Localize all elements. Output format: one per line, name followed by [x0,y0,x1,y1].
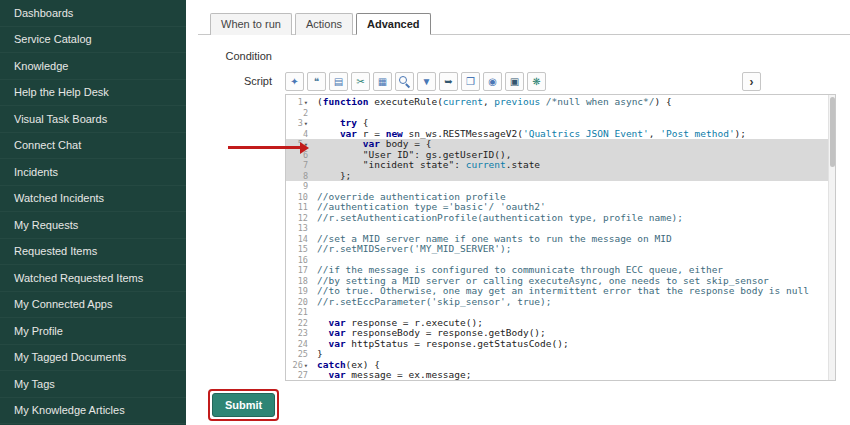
code-line-21[interactable]: 21 [286,307,835,318]
tab-advanced[interactable]: Advanced [356,13,431,35]
editor-scrollbar[interactable] [828,95,835,380]
fold-marker-icon[interactable]: ▾ [304,362,308,370]
tab-bar: When to runActionsAdvanced [198,0,850,35]
toggle-lines-button[interactable]: ▤ [329,72,348,91]
code-text: (function executeRule(current, previous … [310,97,672,108]
code-text [310,255,317,266]
line-number: 27 [286,370,310,381]
globe-icon: ◉ [488,77,497,87]
editor-toolbar-row: ✦❝▤✂▦▼➥❐◉▣❋ › [285,72,761,91]
line-number: 23 [286,328,310,339]
sidebar-item-my-profile[interactable]: My Profile [0,318,186,345]
redo-arrow-icon: ➥ [444,77,452,87]
fold-marker-icon[interactable]: ▾ [304,99,308,107]
sidebar-item-incidents[interactable]: Incidents [0,159,186,186]
condition-label: Condition [198,47,285,62]
code-text [310,307,317,318]
sidebar-item-label: Incidents [14,166,58,178]
cut-icon: ✂ [356,77,364,87]
tab-actions[interactable]: Actions [295,13,353,35]
format-code-button[interactable]: ✦ [285,72,304,91]
line-number: 8 [286,171,310,182]
code-text: //r.setEccParameter('skip_sensor', true)… [310,297,552,308]
main-content: When to runActionsAdvanced Condition Scr… [186,0,850,425]
line-number: 7 [286,160,310,171]
sidebar-item-help-the-help-desk[interactable]: Help the Help Desk [0,80,186,107]
globe-button[interactable]: ◉ [483,72,502,91]
sidebar-item-label: My Tags [14,378,55,390]
code-text: var httpStatus = response.getStatusCode(… [310,339,569,350]
editor-scrollbar-thumb[interactable] [830,97,835,167]
sidebar-item-label: Watched Incidents [14,192,104,204]
sidebar-item-label: Watched Requested Items [14,272,143,284]
editor-toolbar: ✦❝▤✂▦▼➥❐◉▣❋ [285,72,546,91]
sidebar-item-watched-incidents[interactable]: Watched Incidents [0,186,186,213]
sidebar-item-my-tagged-documents[interactable]: My Tagged Documents [0,345,186,372]
fold-marker-icon[interactable]: ▾ [304,120,308,128]
sidebar-item-knowledge[interactable]: Knowledge [0,53,186,80]
popout-button[interactable]: ❐ [461,72,480,91]
sidebar: DashboardsService CatalogKnowledgeHelp t… [0,0,186,425]
settings-button[interactable]: ❋ [527,72,546,91]
code-line-15[interactable]: 15//r.setMIDServer('MY_MID_SERVER'); [286,244,835,255]
line-number: 14 [286,234,310,245]
code-line-24[interactable]: 24 var httpStatus = response.getStatusCo… [286,339,835,350]
replace-icon: ▦ [378,77,387,87]
code-line-5[interactable]: 5▾ var body = { [286,139,835,150]
code-line-23[interactable]: 23 var responseBody = response.getBody()… [286,328,835,339]
line-number: 10 [286,192,310,203]
sidebar-item-my-tags[interactable]: My Tags [0,371,186,398]
annotation-arrow-head-icon [300,142,309,154]
code-line-20[interactable]: 20//r.setEccParameter('skip_sensor', tru… [286,297,835,308]
code-text: "incident state": current.state [310,160,540,171]
chevron-down-icon: ▼ [422,77,432,87]
code-line-8[interactable]: 8 }; [286,171,835,182]
script-code-editor[interactable]: 1▾(function executeRule(current, previou… [285,94,836,381]
sidebar-item-label: My Knowledge Articles [14,404,125,416]
line-number: 26▾ [286,360,310,371]
code-line-25[interactable]: 25} [286,349,835,360]
code-line-27[interactable]: 27 var message = ex.message; [286,370,835,381]
line-number: 15 [286,244,310,255]
sidebar-item-my-requests[interactable]: My Requests [0,212,186,239]
sidebar-item-requested-items[interactable]: Requested Items [0,239,186,266]
code-text: var body = { [310,139,431,150]
tab-when-to-run[interactable]: When to run [210,13,292,35]
sidebar-item-label: My Requests [14,219,78,231]
line-number: 22 [286,318,310,329]
sidebar-item-visual-task-boards[interactable]: Visual Task Boards [0,106,186,133]
annotation-highlight-box: Submit [208,389,279,421]
line-number: 25 [286,349,310,360]
cut-button[interactable]: ✂ [351,72,370,91]
format-code-icon: ✦ [290,77,298,87]
chevron-down-button[interactable]: ▼ [417,72,436,91]
script-label: Script [198,72,285,87]
code-text: //r.setAuthenticationProfile(authenticat… [310,213,683,224]
sidebar-item-watched-requested-items[interactable]: Watched Requested Items [0,265,186,292]
sidebar-item-my-connected-apps[interactable]: My Connected Apps [0,292,186,319]
submit-button[interactable]: Submit [212,393,275,417]
sidebar-item-my-knowledge-articles[interactable]: My Knowledge Articles [0,398,186,425]
code-text: var message = ex.message; [310,370,471,381]
sidebar-item-service-catalog[interactable]: Service Catalog [0,27,186,54]
line-number: 19 [286,286,310,297]
code-line-12[interactable]: 12//r.setAuthenticationProfile(authentic… [286,213,835,224]
expand-toolbar-button[interactable]: › [742,72,761,91]
sidebar-item-connect-chat[interactable]: Connect Chat [0,133,186,160]
redo-arrow-button[interactable]: ➥ [439,72,458,91]
line-number: 2 [286,108,310,119]
line-number: 17 [286,265,310,276]
script-editor-area: ✦❝▤✂▦▼➥❐◉▣❋ › 1▾(function executeRule(cu… [285,72,836,381]
comment-button[interactable]: ❝ [307,72,326,91]
save-button[interactable]: ▣ [505,72,524,91]
save-icon: ▣ [510,77,519,87]
search-button[interactable] [395,72,414,91]
sidebar-item-dashboards[interactable]: Dashboards [0,0,186,27]
sidebar-item-label: Help the Help Desk [14,86,109,98]
code-line-1[interactable]: 1▾(function executeRule(current, previou… [286,97,835,108]
sidebar-item-label: Knowledge [14,60,68,72]
sidebar-item-label: Service Catalog [14,33,92,45]
replace-button[interactable]: ▦ [373,72,392,91]
line-number: 12 [286,213,310,224]
code-line-7[interactable]: 7 "incident state": current.state [286,160,835,171]
